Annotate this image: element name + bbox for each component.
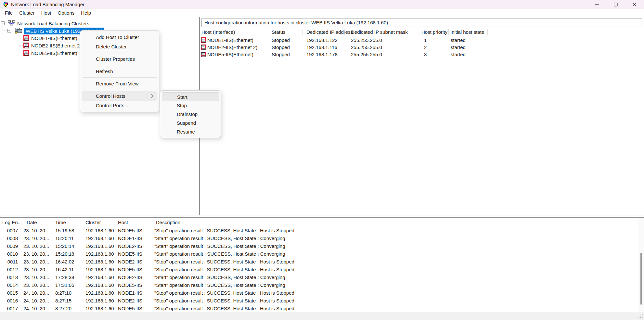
column-divider[interactable] — [448, 29, 449, 35]
host-priority: 2 — [424, 45, 427, 50]
log-row[interactable]: 0016 24. 10. 20... 8:27:15 192.168.1.60 … — [0, 297, 638, 305]
log-description: "Stop" operation result : SUCCESS, Host … — [154, 267, 294, 272]
column-divider[interactable] — [23, 219, 23, 225]
log-table-header: Log En... Date Time Cluster Host Descrip… — [0, 218, 644, 227]
host-node-icon — [23, 43, 29, 48]
column-divider[interactable] — [115, 219, 115, 225]
menu-host[interactable]: Host — [38, 9, 55, 17]
host-priority: 1 — [424, 37, 427, 43]
control-hosts-submenu: Start Stop Drainstop Suspend Resume — [160, 90, 221, 138]
log-cluster: 192.168.1.60 — [85, 267, 114, 272]
tree-expand-cluster[interactable] — [7, 29, 11, 32]
menu-cluster-properties[interactable]: Cluster Properties — [82, 54, 157, 64]
log-time: 15:19:58 — [55, 228, 74, 233]
log-row[interactable]: 0010 23. 10. 20... 15:20:18 192.168.1.60… — [0, 250, 638, 258]
log-host: NODE5-IIS — [118, 282, 142, 288]
menu-file[interactable]: File — [2, 9, 16, 17]
log-entry-number: 0014 — [0, 282, 18, 288]
col-dedicated-ip[interactable]: Dedicated IP address — [306, 29, 353, 35]
submenu-resume[interactable]: Resume — [162, 127, 219, 136]
log-host: NODE5-IIS — [118, 306, 142, 311]
resize-grip[interactable] — [638, 314, 643, 319]
tree-node-label: NODE5-IIS(Ethernet) — [31, 50, 77, 56]
minimize-button[interactable] — [587, 0, 606, 9]
menu-refresh[interactable]: Refresh — [82, 67, 157, 76]
submenu-drainstop[interactable]: Drainstop — [162, 110, 219, 119]
log-row[interactable]: 0017 24. 10. 20... 8:27:20 192.168.1.60 … — [0, 305, 638, 312]
log-row[interactable]: 0012 23. 10. 20... 16:42:11 192.168.1.60… — [0, 266, 638, 274]
tree-item-root[interactable]: Network Load Balancing Clusters — [0, 20, 89, 27]
title-bar: Network Load Balancing Manager — [0, 0, 644, 9]
submenu-chevron-icon — [150, 94, 153, 98]
log-host: NODE2-IIS — [118, 298, 142, 303]
host-node-icon — [23, 50, 29, 56]
col-cluster[interactable]: Cluster — [85, 220, 101, 225]
column-divider[interactable] — [487, 29, 488, 35]
cluster-context-menu: Add Host To Cluster Delete Cluster Clust… — [80, 30, 159, 112]
close-button[interactable] — [625, 0, 644, 9]
menu-help[interactable]: Help — [78, 9, 94, 17]
submenu-suspend[interactable]: Suspend — [162, 119, 219, 127]
col-host-priority[interactable]: Host priority — [421, 29, 447, 35]
host-name: NODE5-IIS(Ethernet) — [207, 52, 253, 57]
host-row[interactable]: NODE1-IIS(Ethernet) Stopped 192.168.1.12… — [200, 37, 644, 44]
column-divider[interactable] — [154, 219, 154, 225]
menu-cluster[interactable]: Cluster — [16, 9, 38, 17]
log-description: "Start" operation result : SUCCESS, Host… — [154, 243, 285, 249]
log-host: NODE5-IIS — [118, 267, 142, 272]
col-description[interactable]: Description — [156, 220, 180, 225]
host-row[interactable]: NODE2-IIS(Ethernet 2) Stopped 192.168.1.… — [200, 44, 644, 51]
log-row[interactable]: 0013 23. 10. 20... 17:28:38 192.168.1.60… — [0, 274, 638, 281]
log-row[interactable]: 0009 23. 10. 20... 15:20:14 192.168.1.60… — [0, 242, 638, 250]
status-bar — [0, 312, 644, 320]
menu-control-ports[interactable]: Control Ports... — [82, 101, 157, 110]
log-description: "Stop" operation result : SUCCESS, Host … — [154, 306, 294, 311]
menu-separator — [83, 90, 157, 90]
column-divider[interactable] — [302, 29, 303, 35]
log-cluster: 192.168.1.60 — [85, 251, 114, 257]
submenu-stop[interactable]: Stop — [162, 101, 219, 110]
maximize-button[interactable] — [606, 0, 625, 9]
log-date: 24. 10. 20... — [23, 298, 49, 303]
column-divider[interactable] — [344, 29, 345, 35]
column-divider[interactable] — [268, 29, 268, 35]
log-cluster: 192.168.1.60 — [85, 236, 114, 241]
menu-options[interactable]: Options — [55, 9, 78, 17]
log-host: NODE1-IIS — [118, 290, 142, 296]
horizontal-splitter[interactable] — [0, 215, 644, 218]
log-scrollbar-thumb[interactable] — [640, 253, 642, 305]
col-initial-state[interactable]: Initial host state — [450, 29, 484, 35]
col-status[interactable]: Status — [272, 29, 286, 35]
column-divider[interactable] — [52, 219, 52, 225]
log-scrollbar[interactable] — [638, 218, 644, 312]
submenu-start[interactable]: Start — [162, 92, 219, 101]
column-divider[interactable] — [355, 219, 355, 225]
menu-control-hosts[interactable]: Control Hosts — [82, 91, 157, 101]
col-log-entry[interactable]: Log En... — [2, 220, 22, 225]
log-host: NODE2-IIS — [118, 275, 142, 280]
log-row[interactable]: 0008 23. 10. 20... 15:20:11 192.168.1.60… — [0, 235, 638, 242]
menu-add-host-to-cluster[interactable]: Add Host To Cluster — [82, 32, 157, 42]
col-date[interactable]: Date — [27, 220, 37, 225]
column-divider[interactable] — [82, 219, 82, 225]
log-date: 23. 10. 20... — [23, 259, 49, 264]
tree-item-node5[interactable]: NODE5-IIS(Ethernet) — [0, 49, 77, 57]
tree-item-node2[interactable]: NODE2-IIS(Ethernet 2) — [0, 42, 81, 49]
log-row[interactable]: 0007 23. 10. 20... 15:19:58 192.168.1.60… — [0, 227, 638, 235]
log-row[interactable]: 0015 24. 10. 20... 8:27:10 192.168.1.60 … — [0, 289, 638, 297]
tree-node-label: NODE1-IIS(Ethernet) — [31, 35, 77, 41]
col-host[interactable]: Host — [118, 220, 128, 225]
col-host-interface[interactable]: Host (Interface) — [201, 29, 235, 35]
menu-remove-from-view[interactable]: Remove From View — [82, 79, 157, 88]
log-entry-number: 0017 — [0, 306, 18, 311]
col-subnet-mask[interactable]: Dedicated IP subnet mask — [351, 29, 408, 35]
tree-expand-root[interactable] — [1, 21, 5, 25]
log-row[interactable]: 0014 23. 10. 20... 17:31:05 192.168.1.60… — [0, 281, 638, 289]
menu-delete-cluster[interactable]: Delete Cluster — [82, 42, 157, 51]
column-divider[interactable] — [417, 29, 417, 35]
tree-item-node1[interactable]: NODE1-IIS(Ethernet) — [0, 34, 77, 42]
log-row[interactable]: 0011 23. 10. 20... 16:42:02 192.168.1.60… — [0, 258, 638, 266]
col-time[interactable]: Time — [55, 220, 66, 225]
host-priority: 3 — [424, 52, 427, 57]
host-row[interactable]: NODE5-IIS(Ethernet) Stopped 192.168.1.17… — [200, 51, 644, 58]
